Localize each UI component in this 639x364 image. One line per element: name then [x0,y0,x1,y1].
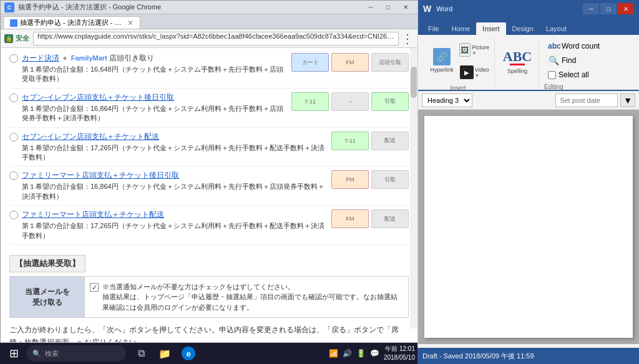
tab-home[interactable]: Home [446,22,476,35]
security-icon: 🔒 [4,34,13,43]
word-maximize-btn[interactable]: □ [600,3,617,14]
date-display: 2018/05/10 [384,353,415,362]
delivery-image-5: 配送 [371,209,409,228]
video-chevron: ▼ [475,73,480,79]
editing-group-label: Editing [544,81,563,90]
hyperlink-icon: 🔗 [433,48,451,65]
mail-checkbox[interactable]: ✓ [90,283,99,292]
option-amount-1: 第１希望の合計金額：16,648円（チケット代金＋システム手数料＋先行手数料＋店… [22,65,286,84]
familymart-badge: FamilyMart [71,54,107,62]
option-images-5: FM 配送 [331,209,409,228]
battery-icon[interactable]: 🔋 [355,347,368,360]
tab-close-icon[interactable]: ✕ [127,19,134,27]
search-bar[interactable]: 🔍 検索 [26,345,126,362]
radio-button-4[interactable] [9,171,18,180]
option-images-2: 7-11 → 引取 [291,92,409,111]
post-date-input[interactable] [555,93,618,107]
maximize-button[interactable]: □ [380,2,396,12]
volume-icon[interactable]: 🔊 [341,347,354,360]
ribbon-content: 🔗 Hyperlink 🖼 Picture ▼ ▶ [418,35,639,91]
word-close-btn[interactable]: ✕ [618,3,634,14]
word-titlebar: W Word ─ □ ✕ [418,0,639,17]
heading-select[interactable]: Heading 3 [422,93,472,107]
word-minimize-btn[interactable]: ─ [583,3,599,14]
picture-button[interactable]: 🖼 Picture ▼ [459,39,489,61]
payment-option-3: セブン-イレブン店頭支払＋チケット配送 第１希望の合計金額：17,265円（チケ… [9,132,409,167]
option-images-1: カード FM 店頭引取 [291,53,409,72]
hyperlink-button[interactable]: 🔗 Hyperlink [427,48,457,73]
video-icon: ▶ [460,65,474,79]
select-all-button[interactable]: Select all [544,69,603,81]
familymart-image: FM [331,53,369,72]
explorer-icon: 📁 [158,347,172,360]
radio-button-1[interactable] [9,54,18,63]
payment-option-2: セブン-イレブン店頭支払＋チケット後日引取 第１希望の合計金額：16,864円（… [9,92,409,128]
option-link-5[interactable]: ファミリーマート店頭支払＋チケット配送 [22,210,164,219]
find-label: Find [562,56,576,65]
minimize-button[interactable]: ─ [363,2,379,12]
radio-button-2[interactable] [9,93,18,102]
network-icon[interactable]: 📶 [328,347,340,360]
fm-image-4: FM [331,170,369,189]
select-all-label: Select all [559,70,589,79]
title-bar: C 抽選予約申込 - 決済方法選択 - Google Chrome ─ □ ✕ [1,1,417,14]
tray-icons: 📶 🔊 🔋 💬 [328,347,381,360]
explorer-app[interactable]: 📁 [154,344,176,363]
mail-label: 当選メールを受け取る [10,277,85,318]
option-link-3[interactable]: セブン-イレブン店頭支払＋チケット配送 [22,132,159,141]
option-amount-4: 第１希望の合計金額：16,864円（チケット代金＋システム利用料＋先行手数料＋店… [22,182,326,201]
word-page [424,116,633,338]
tab-insert[interactable]: Insert [476,22,506,35]
radio-button-3[interactable] [9,133,18,141]
word-count-icon: abc [548,42,559,50]
url-input[interactable]: https://www.cnplayguide.com/rsv/stks/c_l… [33,32,399,46]
spelling-button[interactable]: ABC Spelling [501,42,534,80]
tab-file[interactable]: File [422,22,446,35]
active-tab[interactable]: 抽選予約申込 - 決済方法選択 - Google Chrome ✕ [3,16,140,29]
search-placeholder: 検索 [45,349,59,358]
select-all-checkbox[interactable] [548,71,556,79]
option-link-4[interactable]: ファミリーマート店頭支払＋チケット後日引取 [22,171,179,180]
menu-icon[interactable]: ⋮ [401,32,414,45]
video-label: Video [475,67,489,73]
scrollbar-thumb[interactable] [411,67,417,98]
address-bar: 🔒 安全 https://www.cnplayguide.com/rsv/stk… [1,29,417,48]
word-title: Word [436,5,580,12]
picture-chevron: ▼ [472,50,477,56]
option-link-2[interactable]: セブン-イレブン店頭支払＋チケット後日引取 [22,93,174,102]
spelling-label: Spelling [507,68,527,74]
insert-group: 🔗 Hyperlink 🖼 Picture ▼ ▶ [422,37,495,87]
mail-notice-text: ※当選通知メールが不要な方はチェックをはずしてください。 抽選結果は、トップペー… [102,282,403,313]
notification-icon[interactable]: 💬 [369,347,381,360]
video-button[interactable]: ▶ Video ▼ [459,62,489,82]
option-amount-5: 第１希望の合計金額：17,265円（チケット代金＋システム利用料＋先行手数料＋配… [22,221,326,241]
seven-image-2: 7-11 [291,92,329,111]
word-content-area [418,110,639,344]
seven-image-3: 7-11 [331,132,369,150]
find-button[interactable]: 🔍 Find [544,54,603,67]
word-count-button[interactable]: abc Word count [544,40,603,52]
fm-image-5: FM [331,209,369,228]
spelling-icon: ABC [503,49,532,65]
tab-design[interactable]: Design [506,22,540,35]
picture-icon: 🖼 [459,43,471,57]
ribbon-tabs: File Home Insert Design Layout [418,17,639,35]
payment-option-4: ファミリーマート店頭支払＋チケット後日引取 第１希望の合計金額：16,864円（… [9,170,409,206]
close-button[interactable]: ✕ [398,2,414,12]
option-amount-3: 第１希望の合計金額：17,265円（チケット代金＋システム利用料＋先行手数料＋配… [22,143,326,163]
datetime[interactable]: 午前 12:01 2018/05/10 [384,345,415,362]
mail-content: ✓ ※当選通知メールが不要な方はチェックをはずしてください。 抽選結果は、トップ… [85,277,408,318]
radio-button-5[interactable] [9,211,18,219]
post-date-btn[interactable]: ▼ [620,93,635,107]
vertical-scrollbar[interactable] [410,48,417,328]
lottery-section-header: 【抽選結果受取】 [9,255,85,272]
start-button[interactable]: ⊞ [2,344,25,363]
tab-favicon [10,19,17,27]
word-toolbar: Heading 3 ▼ [418,91,639,110]
taskview-icon: ⧉ [134,347,148,360]
find-icon: 🔍 [548,55,559,65]
editing-group: abc Word count 🔍 Find Select all Editing [540,37,607,87]
option-link-1[interactable]: カード決済 [22,54,59,62]
taskview-app[interactable]: ⧉ [130,344,152,363]
tab-layout[interactable]: Layout [540,22,573,35]
